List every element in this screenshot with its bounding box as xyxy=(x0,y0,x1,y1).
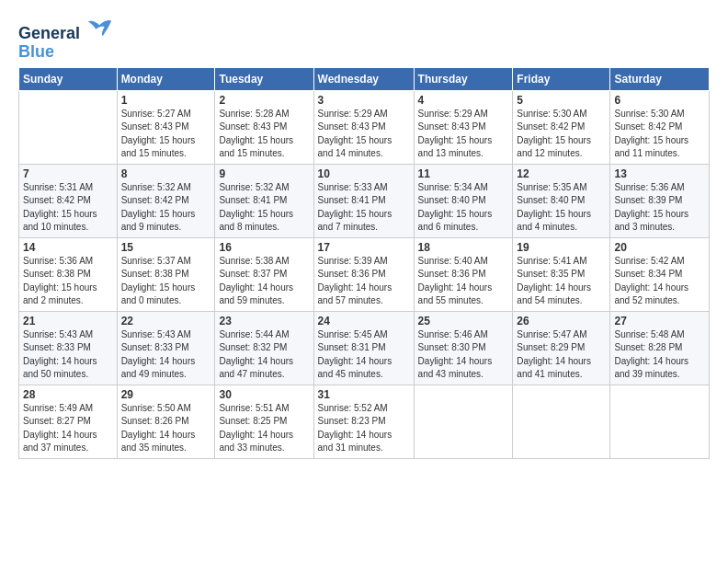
empty-cell xyxy=(513,385,610,458)
day-info: Sunrise: 5:30 AM Sunset: 8:42 PM Dayligh… xyxy=(517,108,606,161)
logo-bird-icon xyxy=(87,17,113,39)
calendar-day-cell: 24Sunrise: 5:45 AM Sunset: 8:31 PM Dayli… xyxy=(313,311,414,385)
calendar-day-cell: 16Sunrise: 5:38 AM Sunset: 8:37 PM Dayli… xyxy=(215,237,313,311)
day-number: 10 xyxy=(318,167,410,180)
empty-cell xyxy=(610,385,710,458)
weekday-header-friday: Friday xyxy=(513,67,610,90)
day-number: 6 xyxy=(614,94,705,107)
calendar-day-cell: 19Sunrise: 5:41 AM Sunset: 8:35 PM Dayli… xyxy=(513,237,610,311)
header: General Blue xyxy=(18,17,710,62)
calendar-week-row: 1Sunrise: 5:27 AM Sunset: 8:43 PM Daylig… xyxy=(19,90,710,164)
calendar-day-cell: 5Sunrise: 5:30 AM Sunset: 8:42 PM Daylig… xyxy=(513,90,610,164)
day-info: Sunrise: 5:42 AM Sunset: 8:34 PM Dayligh… xyxy=(614,255,705,308)
calendar-day-cell: 23Sunrise: 5:44 AM Sunset: 8:32 PM Dayli… xyxy=(215,311,313,385)
day-number: 25 xyxy=(418,315,509,327)
day-number: 18 xyxy=(418,241,509,254)
day-info: Sunrise: 5:51 AM Sunset: 8:25 PM Dayligh… xyxy=(219,402,309,455)
calendar-day-cell: 10Sunrise: 5:33 AM Sunset: 8:41 PM Dayli… xyxy=(313,164,414,237)
day-number: 20 xyxy=(614,241,705,254)
day-info: Sunrise: 5:34 AM Sunset: 8:40 PM Dayligh… xyxy=(418,181,509,235)
calendar-day-cell: 14Sunrise: 5:36 AM Sunset: 8:38 PM Dayli… xyxy=(19,237,118,311)
day-info: Sunrise: 5:30 AM Sunset: 8:42 PM Dayligh… xyxy=(614,108,705,161)
weekday-header-monday: Monday xyxy=(117,67,215,90)
calendar-day-cell: 15Sunrise: 5:37 AM Sunset: 8:38 PM Dayli… xyxy=(117,237,215,311)
day-number: 29 xyxy=(121,388,211,401)
page: General Blue SundayMondayTuesdayWednesda… xyxy=(0,0,728,468)
day-number: 24 xyxy=(318,315,410,327)
day-info: Sunrise: 5:36 AM Sunset: 8:39 PM Dayligh… xyxy=(614,181,705,235)
day-info: Sunrise: 5:32 AM Sunset: 8:42 PM Dayligh… xyxy=(121,181,211,235)
calendar-day-cell: 26Sunrise: 5:47 AM Sunset: 8:29 PM Dayli… xyxy=(513,311,610,385)
day-info: Sunrise: 5:40 AM Sunset: 8:36 PM Dayligh… xyxy=(418,255,509,308)
day-number: 23 xyxy=(219,315,309,327)
day-info: Sunrise: 5:45 AM Sunset: 8:31 PM Dayligh… xyxy=(318,328,410,382)
day-info: Sunrise: 5:47 AM Sunset: 8:29 PM Dayligh… xyxy=(517,328,606,382)
calendar-day-cell: 6Sunrise: 5:30 AM Sunset: 8:42 PM Daylig… xyxy=(610,90,710,164)
calendar-day-cell: 9Sunrise: 5:32 AM Sunset: 8:41 PM Daylig… xyxy=(215,164,313,237)
logo-blue: Blue xyxy=(18,42,54,61)
day-number: 14 xyxy=(23,241,113,254)
day-info: Sunrise: 5:43 AM Sunset: 8:33 PM Dayligh… xyxy=(121,328,211,382)
calendar: SundayMondayTuesdayWednesdayThursdayFrid… xyxy=(18,67,710,459)
day-info: Sunrise: 5:38 AM Sunset: 8:37 PM Dayligh… xyxy=(219,255,309,308)
weekday-header-thursday: Thursday xyxy=(414,67,513,90)
day-number: 3 xyxy=(318,94,410,107)
calendar-day-cell: 7Sunrise: 5:31 AM Sunset: 8:42 PM Daylig… xyxy=(19,164,118,237)
empty-cell xyxy=(414,385,513,458)
weekday-header-saturday: Saturday xyxy=(610,67,710,90)
day-info: Sunrise: 5:50 AM Sunset: 8:26 PM Dayligh… xyxy=(121,402,211,455)
day-info: Sunrise: 5:32 AM Sunset: 8:41 PM Dayligh… xyxy=(219,181,309,235)
day-number: 28 xyxy=(23,388,113,401)
day-info: Sunrise: 5:33 AM Sunset: 8:41 PM Dayligh… xyxy=(318,181,410,235)
calendar-day-cell: 13Sunrise: 5:36 AM Sunset: 8:39 PM Dayli… xyxy=(610,164,710,237)
day-number: 17 xyxy=(318,241,410,254)
calendar-day-cell: 28Sunrise: 5:49 AM Sunset: 8:27 PM Dayli… xyxy=(19,385,118,458)
calendar-day-cell: 1Sunrise: 5:27 AM Sunset: 8:43 PM Daylig… xyxy=(117,90,215,164)
calendar-week-row: 14Sunrise: 5:36 AM Sunset: 8:38 PM Dayli… xyxy=(19,237,710,311)
calendar-week-row: 28Sunrise: 5:49 AM Sunset: 8:27 PM Dayli… xyxy=(19,385,710,458)
day-info: Sunrise: 5:28 AM Sunset: 8:43 PM Dayligh… xyxy=(219,108,309,161)
day-number: 1 xyxy=(121,94,211,107)
day-number: 26 xyxy=(517,315,606,327)
day-info: Sunrise: 5:48 AM Sunset: 8:28 PM Dayligh… xyxy=(614,328,705,382)
day-info: Sunrise: 5:43 AM Sunset: 8:33 PM Dayligh… xyxy=(23,328,113,382)
calendar-day-cell: 31Sunrise: 5:52 AM Sunset: 8:23 PM Dayli… xyxy=(313,385,414,458)
day-info: Sunrise: 5:29 AM Sunset: 8:43 PM Dayligh… xyxy=(418,108,509,161)
day-number: 4 xyxy=(418,94,509,107)
calendar-day-cell: 12Sunrise: 5:35 AM Sunset: 8:40 PM Dayli… xyxy=(513,164,610,237)
day-info: Sunrise: 5:44 AM Sunset: 8:32 PM Dayligh… xyxy=(219,328,309,382)
day-number: 2 xyxy=(219,94,309,107)
day-number: 19 xyxy=(517,241,606,254)
calendar-day-cell: 18Sunrise: 5:40 AM Sunset: 8:36 PM Dayli… xyxy=(414,237,513,311)
calendar-day-cell: 17Sunrise: 5:39 AM Sunset: 8:36 PM Dayli… xyxy=(313,237,414,311)
day-number: 30 xyxy=(219,388,309,401)
calendar-header-row: SundayMondayTuesdayWednesdayThursdayFrid… xyxy=(19,67,710,90)
day-number: 22 xyxy=(121,315,211,327)
day-info: Sunrise: 5:36 AM Sunset: 8:38 PM Dayligh… xyxy=(23,255,113,308)
day-number: 5 xyxy=(517,94,606,107)
day-number: 31 xyxy=(318,388,410,401)
day-info: Sunrise: 5:29 AM Sunset: 8:43 PM Dayligh… xyxy=(318,108,410,161)
day-number: 8 xyxy=(121,167,211,180)
calendar-week-row: 7Sunrise: 5:31 AM Sunset: 8:42 PM Daylig… xyxy=(19,164,710,237)
day-number: 15 xyxy=(121,241,211,254)
calendar-day-cell: 4Sunrise: 5:29 AM Sunset: 8:43 PM Daylig… xyxy=(414,90,513,164)
day-number: 21 xyxy=(23,315,113,327)
day-info: Sunrise: 5:41 AM Sunset: 8:35 PM Dayligh… xyxy=(517,255,606,308)
weekday-header-wednesday: Wednesday xyxy=(313,67,414,90)
calendar-day-cell: 2Sunrise: 5:28 AM Sunset: 8:43 PM Daylig… xyxy=(215,90,313,164)
calendar-day-cell: 3Sunrise: 5:29 AM Sunset: 8:43 PM Daylig… xyxy=(313,90,414,164)
day-info: Sunrise: 5:49 AM Sunset: 8:27 PM Dayligh… xyxy=(23,402,113,455)
day-info: Sunrise: 5:39 AM Sunset: 8:36 PM Dayligh… xyxy=(318,255,410,308)
calendar-day-cell: 22Sunrise: 5:43 AM Sunset: 8:33 PM Dayli… xyxy=(117,311,215,385)
calendar-day-cell: 8Sunrise: 5:32 AM Sunset: 8:42 PM Daylig… xyxy=(117,164,215,237)
calendar-day-cell: 20Sunrise: 5:42 AM Sunset: 8:34 PM Dayli… xyxy=(610,237,710,311)
weekday-header-sunday: Sunday xyxy=(19,67,118,90)
calendar-day-cell: 21Sunrise: 5:43 AM Sunset: 8:33 PM Dayli… xyxy=(19,311,118,385)
day-info: Sunrise: 5:37 AM Sunset: 8:38 PM Dayligh… xyxy=(121,255,211,308)
calendar-day-cell: 30Sunrise: 5:51 AM Sunset: 8:25 PM Dayli… xyxy=(215,385,313,458)
day-info: Sunrise: 5:35 AM Sunset: 8:40 PM Dayligh… xyxy=(517,181,606,235)
calendar-day-cell: 27Sunrise: 5:48 AM Sunset: 8:28 PM Dayli… xyxy=(610,311,710,385)
calendar-week-row: 21Sunrise: 5:43 AM Sunset: 8:33 PM Dayli… xyxy=(19,311,710,385)
logo: General Blue xyxy=(18,17,113,62)
